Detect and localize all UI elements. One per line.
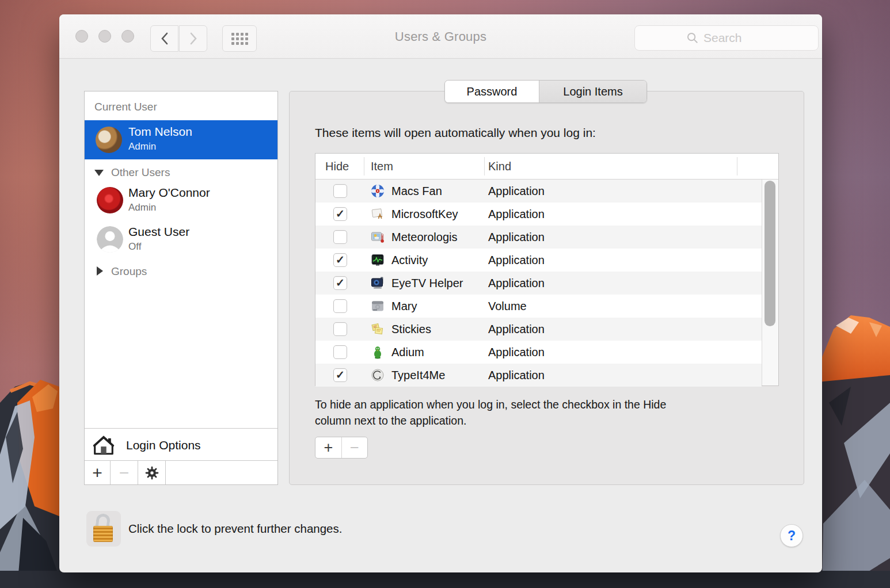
remove-login-item-button[interactable]: − — [341, 437, 367, 458]
mary-oconnor-avatar — [97, 187, 123, 213]
user-role: Admin — [128, 202, 156, 213]
item-name: EyeTV Helper — [391, 272, 463, 295]
tom-nelson-avatar — [96, 127, 122, 153]
column-header-hide[interactable]: Hide — [325, 154, 349, 180]
table-row[interactable]: Macs Fan Application — [315, 180, 762, 203]
add-remove-controls: + − — [315, 437, 368, 459]
table-row[interactable]: Adium Application — [315, 341, 762, 364]
column-divider — [484, 157, 485, 175]
hide-checkbox[interactable] — [333, 184, 347, 198]
item-name: Macs Fan — [391, 180, 442, 203]
hide-checkbox[interactable] — [333, 368, 347, 382]
question-mark-icon: ? — [788, 528, 796, 544]
vertical-scrollbar[interactable] — [762, 180, 778, 385]
login-options-button[interactable]: Login Options — [85, 428, 277, 461]
eyetv-helper-app-icon — [371, 276, 385, 290]
hide-checkbox[interactable] — [333, 253, 347, 267]
users-groups-window: Users & Groups Current User Tom Nelson A… — [59, 14, 822, 572]
groups-header: Groups — [111, 265, 147, 278]
item-name: Mary — [391, 295, 417, 318]
table-row[interactable]: MicrosoftKey Application — [315, 203, 762, 226]
item-name: Adium — [391, 341, 424, 364]
hint-line-1: To hide an application when you log in, … — [315, 396, 666, 413]
item-name: MicrosoftKey — [391, 203, 458, 226]
item-name: Activity — [391, 249, 428, 272]
item-kind: Application — [488, 341, 545, 364]
hint-line-2: column next to the application. — [315, 413, 666, 429]
item-kind: Application — [488, 203, 545, 226]
user-name: Tom Nelson — [128, 125, 192, 139]
search-icon — [686, 32, 699, 44]
actions-button[interactable] — [138, 461, 166, 484]
stickies-app-icon — [371, 322, 385, 336]
login-items-panel: These items will open automatically when… — [289, 91, 804, 485]
hide-checkbox[interactable] — [333, 207, 347, 221]
table-row[interactable]: Meteorologis Application — [315, 226, 762, 249]
column-header-item[interactable]: Item — [371, 154, 393, 180]
sidebar-item-guest-user[interactable]: Guest User Off — [85, 223, 277, 257]
table-row[interactable]: Stickies Application — [315, 318, 762, 341]
groups-disclosure-triangle[interactable] — [97, 266, 103, 276]
other-users-disclosure-triangle[interactable] — [94, 170, 104, 176]
table-row[interactable]: Mary Volume — [315, 295, 762, 318]
home-icon — [93, 435, 115, 456]
user-name: Mary O'Connor — [128, 186, 210, 200]
tab-password[interactable]: Password — [445, 81, 539, 102]
user-role: Off — [128, 241, 141, 253]
activity-app-icon — [371, 253, 385, 267]
remove-user-button[interactable]: − — [111, 461, 138, 484]
item-kind: Application — [488, 249, 545, 272]
titlebar: Users & Groups — [59, 14, 822, 59]
tab-login-items[interactable]: Login Items — [539, 81, 646, 102]
typeit4me-app-icon — [371, 368, 385, 382]
tab-bar: Password Login Items — [444, 80, 647, 103]
hide-hint-text: To hide an application when you log in, … — [315, 396, 666, 429]
hide-checkbox[interactable] — [333, 345, 347, 359]
volume-drive-icon — [371, 299, 385, 313]
lock-button[interactable] — [86, 511, 121, 547]
table-row[interactable]: Activity Application — [315, 249, 762, 272]
gear-icon — [144, 465, 159, 480]
login-options-label: Login Options — [126, 438, 201, 452]
user-name: Guest User — [128, 225, 189, 239]
table-row[interactable]: EyeTV Helper Application — [315, 272, 762, 295]
lock-hint-text: Click the lock to prevent further change… — [128, 511, 342, 547]
column-header-kind[interactable]: Kind — [488, 154, 511, 180]
search-input[interactable] — [703, 31, 767, 45]
item-name: Stickies — [391, 318, 431, 341]
microsoftkey-app-icon — [371, 207, 385, 221]
item-kind: Volume — [488, 295, 527, 318]
item-kind: Application — [488, 318, 545, 341]
item-name: Meteorologis — [391, 226, 458, 249]
column-divider — [364, 157, 364, 175]
search-field[interactable] — [634, 25, 819, 51]
login-items-table: Hide Item Kind Macs Fan Application Micr… — [315, 153, 779, 386]
help-button[interactable]: ? — [780, 524, 803, 547]
hide-checkbox[interactable] — [333, 299, 347, 313]
hide-checkbox[interactable] — [333, 276, 347, 290]
item-kind: Application — [488, 226, 545, 249]
user-role: Admin — [128, 141, 156, 152]
item-kind: Application — [488, 272, 545, 295]
hide-checkbox[interactable] — [333, 230, 347, 244]
other-users-header: Other Users — [111, 166, 170, 179]
item-kind: Application — [488, 180, 545, 203]
add-user-button[interactable]: + — [85, 461, 111, 484]
macs-fan-app-icon — [371, 184, 385, 198]
guest-user-avatar — [97, 226, 123, 253]
sidebar-item-mary-oconnor[interactable]: Mary O'Connor Admin — [85, 184, 277, 218]
table-row[interactable]: TypeIt4Me Application — [315, 364, 762, 387]
item-kind: Application — [488, 364, 545, 387]
meteorologis-app-icon — [371, 230, 385, 244]
column-divider — [737, 157, 737, 175]
lock-icon — [93, 526, 113, 542]
login-items-intro: These items will open automatically when… — [315, 126, 596, 140]
sidebar-item-tom-nelson[interactable]: Tom Nelson Admin — [85, 120, 277, 159]
adium-app-icon — [371, 345, 385, 359]
add-login-item-button[interactable]: + — [315, 437, 341, 458]
hide-checkbox[interactable] — [333, 322, 347, 336]
scrollbar-thumb[interactable] — [765, 181, 775, 326]
table-header: Hide Item Kind — [315, 154, 778, 180]
current-user-header: Current User — [94, 101, 157, 113]
users-sidebar: Current User Tom Nelson Admin Other User… — [84, 91, 278, 485]
